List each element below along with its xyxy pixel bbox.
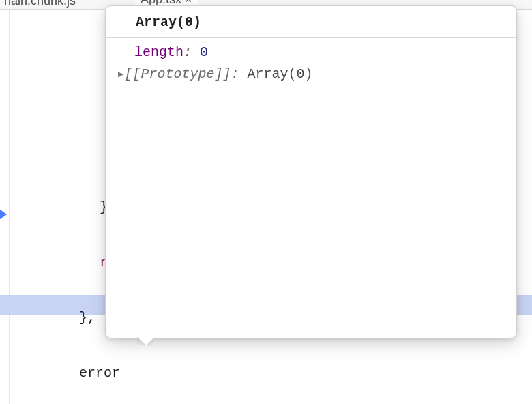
line-gutter [0, 10, 10, 404]
execution-pointer-icon [0, 207, 7, 221]
popover-title: Array(0) [106, 6, 516, 38]
popover-caret-icon [137, 336, 153, 345]
object-property-row[interactable]: length: 0 [118, 42, 511, 63]
value-hover-popover[interactable]: Array(0) length: 0 ▶[[Prototype]]: Array… [105, 5, 517, 338]
breadcrumb-fragment: nain.chunk.js [0, 0, 80, 8]
disclosure-triangle-icon[interactable]: ▶ [118, 63, 123, 85]
object-prototype-row[interactable]: ▶[[Prototype]]: Array(0) [118, 63, 511, 86]
code-line: error [10, 364, 532, 382]
devtools-sources-panel: nain.chunk.js App.tsx × f v }; ret }, er… [0, 0, 532, 404]
popover-body: length: 0 ▶[[Prototype]]: Array(0) [106, 38, 516, 90]
